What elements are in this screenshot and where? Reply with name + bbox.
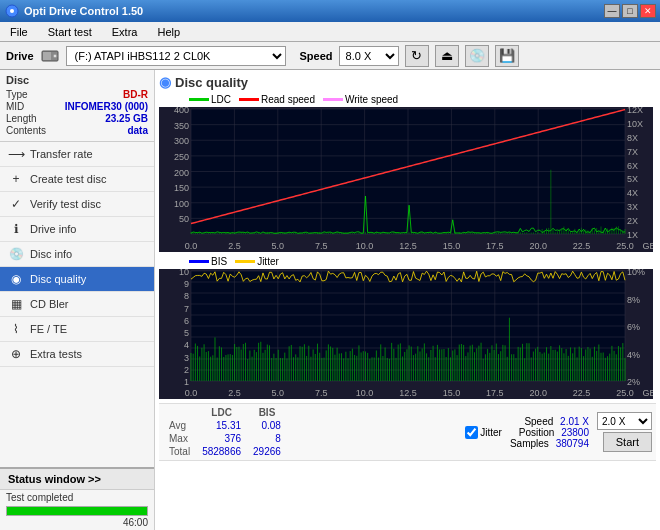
speed-info-label: Speed 2.01 X	[510, 416, 589, 427]
save-button[interactable]: 💾	[495, 45, 519, 67]
write-speed-label: Write speed	[345, 94, 398, 105]
speed-val: 2.01 X	[560, 416, 589, 427]
disc-quality-icon: ◉	[8, 271, 24, 287]
menu-start-test[interactable]: Start test	[42, 24, 98, 40]
time-display: 46:00	[0, 517, 154, 530]
jitter-checkbox[interactable]	[465, 426, 478, 439]
nav-create-disc-label: Create test disc	[30, 173, 106, 185]
sidebar-bottom: Status window >> Test completed 46:00	[0, 467, 154, 530]
stats-max-bis: 8	[247, 432, 287, 445]
eject-button[interactable]: ⏏	[435, 45, 459, 67]
ldc-legend: LDC Read speed Write speed	[159, 94, 656, 105]
close-button[interactable]: ✕	[640, 4, 656, 18]
stats-total-ldc: 5828866	[196, 445, 247, 458]
position-label: Position	[519, 427, 555, 438]
sidebar: Disc Type BD-R MID INFOMER30 (000) Lengt…	[0, 70, 155, 530]
stats-avg-bis: 0.08	[247, 419, 287, 432]
test-completed-label: Test completed	[0, 490, 154, 505]
speed-select[interactable]: 8.0 X	[339, 46, 399, 66]
title-bar: Opti Drive Control 1.50 — □ ✕	[0, 0, 660, 22]
stats-ldc-header: LDC	[196, 406, 247, 419]
bis-legend-bis: BIS	[189, 256, 227, 267]
disc-button[interactable]: 💿	[465, 45, 489, 67]
create-disc-icon: +	[8, 171, 24, 187]
nav-cd-bler[interactable]: ▦ CD Bler	[0, 292, 154, 317]
disc-info-icon: 💿	[8, 246, 24, 262]
sidebar-nav: ⟶ Transfer rate + Create test disc ✓ Ver…	[0, 142, 154, 467]
svg-rect-3	[43, 52, 51, 60]
nav-cd-bler-label: CD Bler	[30, 298, 69, 310]
menu-file[interactable]: File	[4, 24, 34, 40]
drive-label: Drive	[6, 50, 34, 62]
write-color-box	[323, 98, 343, 101]
start-button[interactable]: Start	[603, 432, 652, 452]
drive-icon	[40, 46, 60, 66]
nav-fe-te[interactable]: ⌇ FE / TE	[0, 317, 154, 342]
content-area: ◉ Disc quality LDC Read speed Write spee…	[155, 70, 660, 530]
speed-label: Speed	[300, 50, 333, 62]
ldc-chart	[159, 107, 653, 252]
test-speed-select[interactable]: 2.0 X	[597, 412, 652, 430]
jitter-checkbox-group: Jitter	[465, 426, 502, 439]
stats-bis-header: BIS	[247, 406, 287, 419]
ldc-chart-container: LDC Read speed Write speed	[159, 94, 656, 252]
controls-group: 2.0 X Start	[597, 412, 652, 452]
disc-type-value: BD-R	[123, 89, 148, 100]
disc-section-title: Disc	[6, 74, 148, 86]
panel-icon: ◉	[159, 74, 171, 90]
disc-contents-label: Contents	[6, 125, 46, 136]
ldc-legend-read: Read speed	[239, 94, 315, 105]
bis-label: BIS	[211, 256, 227, 267]
menu-extra[interactable]: Extra	[106, 24, 144, 40]
nav-disc-quality[interactable]: ◉ Disc quality	[0, 267, 154, 292]
transfer-rate-icon: ⟶	[8, 146, 24, 162]
nav-drive-info[interactable]: ℹ Drive info	[0, 217, 154, 242]
nav-transfer-rate-label: Transfer rate	[30, 148, 93, 160]
bis-legend-jitter: Jitter	[235, 256, 279, 267]
disc-mid-value: INFOMER30 (000)	[65, 101, 148, 112]
extra-tests-icon: ⊕	[8, 346, 24, 362]
nav-drive-info-label: Drive info	[30, 223, 76, 235]
nav-verify-test-disc[interactable]: ✓ Verify test disc	[0, 192, 154, 217]
stats-right: Jitter Speed 2.01 X Position 23800 Sampl…	[465, 406, 652, 458]
disc-mid-label: MID	[6, 101, 24, 112]
minimize-button[interactable]: —	[604, 4, 620, 18]
cd-bler-icon: ▦	[8, 296, 24, 312]
disc-length-row: Length 23.25 GB	[6, 113, 148, 124]
menu-bar: File Start test Extra Help	[0, 22, 660, 42]
drive-bar: Drive (F:) ATAPI iHBS112 2 CL0K Speed 8.…	[0, 42, 660, 70]
drive-info-icon: ℹ	[8, 221, 24, 237]
panel-title-text: Disc quality	[175, 75, 248, 90]
stats-total-label: Total	[163, 445, 196, 458]
disc-type-label: Type	[6, 89, 28, 100]
bis-legend: BIS Jitter	[159, 256, 656, 267]
read-color-box	[239, 98, 259, 101]
nav-disc-info[interactable]: 💿 Disc info	[0, 242, 154, 267]
panel-title: ◉ Disc quality	[159, 74, 656, 90]
nav-disc-quality-label: Disc quality	[30, 273, 86, 285]
ldc-legend-ldc: LDC	[189, 94, 231, 105]
jitter-check-label: Jitter	[480, 427, 502, 438]
menu-help[interactable]: Help	[151, 24, 186, 40]
ldc-color-box	[189, 98, 209, 101]
nav-extra-tests[interactable]: ⊕ Extra tests	[0, 342, 154, 367]
status-window-button[interactable]: Status window >>	[0, 469, 154, 490]
stats-max-label: Max	[163, 432, 196, 445]
ldc-label: LDC	[211, 94, 231, 105]
samples-label: Samples	[510, 438, 549, 449]
stats-total-bis: 29266	[247, 445, 287, 458]
stats-max-ldc: 376	[196, 432, 247, 445]
nav-disc-info-label: Disc info	[30, 248, 72, 260]
stats-avg-label: Avg	[163, 419, 196, 432]
position-group: Position 23800	[510, 427, 589, 438]
maximize-button[interactable]: □	[622, 4, 638, 18]
nav-extra-tests-label: Extra tests	[30, 348, 82, 360]
drive-select[interactable]: (F:) ATAPI iHBS112 2 CL0K	[66, 46, 286, 66]
bis-color-box	[189, 260, 209, 263]
disc-type-row: Type BD-R	[6, 89, 148, 100]
refresh-button[interactable]: ↻	[405, 45, 429, 67]
nav-transfer-rate[interactable]: ⟶ Transfer rate	[0, 142, 154, 167]
nav-create-test-disc[interactable]: + Create test disc	[0, 167, 154, 192]
stats-table: LDC BIS Avg 15.31 0.08 Max 376 8 Total	[163, 406, 287, 458]
disc-mid-row: MID INFOMER30 (000)	[6, 101, 148, 112]
